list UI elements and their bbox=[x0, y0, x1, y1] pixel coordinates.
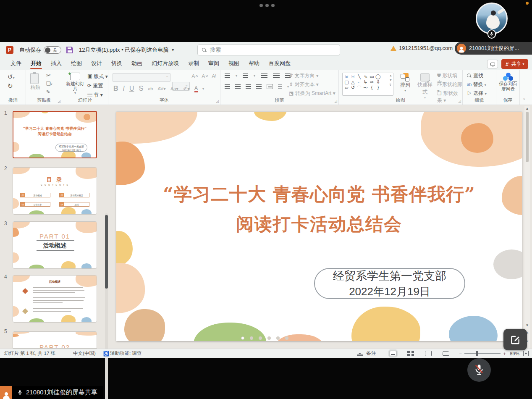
clear-format-icon[interactable]: A̸ bbox=[212, 73, 215, 79]
scroll-up-icon[interactable]: ▲ bbox=[524, 107, 530, 110]
notes-label[interactable]: 备注 bbox=[367, 350, 376, 357]
zoom-slider-handle[interactable] bbox=[476, 351, 478, 356]
accessibility-status[interactable]: 辅助功能: 调查 bbox=[110, 350, 142, 357]
tab-file[interactable]: 文件 bbox=[6, 58, 26, 70]
tab-record[interactable]: 录制 bbox=[183, 58, 204, 70]
slide-thumbnail-3[interactable]: PART 01 活动概述 bbox=[13, 221, 97, 269]
normal-view-button[interactable] bbox=[390, 351, 396, 356]
slide-thumbnail-2[interactable]: 目 录 C O N T E N T S 01活动概述 02活动完成概况 03心得… bbox=[13, 167, 97, 215]
tab-help[interactable]: 帮助 bbox=[244, 58, 264, 70]
bold-button[interactable]: B bbox=[113, 85, 118, 92]
tab-insert[interactable]: 插入 bbox=[46, 58, 66, 70]
tab-baidu-netdisk[interactable]: 百度网盘 bbox=[264, 58, 295, 70]
increase-indent-icon[interactable] bbox=[273, 74, 280, 78]
shadow-icon[interactable]: ab bbox=[148, 86, 153, 91]
layout-button[interactable]: ▣ 版式 ▾ bbox=[87, 73, 108, 80]
shape-gallery[interactable]: ⌸⌹╲⇘▭◯ ▢△⌐↳⇨⇩ ▱↺⌒〜{} ▲▼⊽ bbox=[342, 73, 393, 96]
search-input[interactable]: 搜索 bbox=[197, 45, 340, 55]
new-slide-button[interactable]: + 新建幻灯片 ▾ bbox=[66, 73, 85, 95]
font-name-combo[interactable] bbox=[113, 73, 170, 82]
text-direction-button[interactable]: ⇵ 文字方向 ▾ bbox=[289, 72, 319, 79]
slide-subtitle-badge[interactable]: 经贸系学生第一党支部 2022年12月19日 bbox=[314, 268, 465, 299]
zoom-slider[interactable]: − + bbox=[459, 351, 506, 356]
fit-to-window-icon[interactable] bbox=[523, 351, 529, 356]
arrange-button[interactable]: 排列 ▾ bbox=[397, 73, 414, 92]
slide-thumbnail-1[interactable]: “学习二十大 青春心向党 书香伴我行” 阅读打卡活动总结会 经贸系学生第一党支部… bbox=[13, 111, 97, 158]
quick-styles-button[interactable]: 快速样式 ▾ bbox=[415, 73, 435, 100]
thumbnail-scrollbar[interactable] bbox=[105, 213, 108, 399]
decrease-indent-icon[interactable] bbox=[261, 74, 267, 78]
increase-font-icon[interactable]: A˄ bbox=[191, 73, 198, 79]
tab-draw[interactable]: 绘图 bbox=[66, 58, 86, 70]
zoom-in-icon[interactable]: + bbox=[503, 351, 506, 356]
language-status[interactable]: 中文(中国) bbox=[73, 350, 96, 357]
tab-home[interactable]: 开始 bbox=[26, 58, 46, 70]
undo-button[interactable]: ↺▾ bbox=[8, 73, 15, 81]
shapes-scroll-down[interactable]: ▼ bbox=[389, 79, 392, 81]
screen-share-banner[interactable]: 210801刘佳俊的屏幕共享 bbox=[0, 386, 103, 399]
char-spacing-icon[interactable]: AV▾ bbox=[158, 86, 166, 92]
drawing-dialog-launcher[interactable]: ◿ bbox=[459, 100, 461, 103]
save-to-baidu-button[interactable]: 保存到百度网盘 bbox=[497, 73, 519, 92]
slide-sorter-view-button[interactable] bbox=[407, 351, 414, 356]
paragraph-dialog-launcher[interactable]: ◿ bbox=[335, 100, 337, 103]
slide-title[interactable]: “学习二十大 青春心向党 书香伴我行” 阅读打卡活动总结会 bbox=[116, 182, 522, 236]
account-info[interactable]: 1912151951@qq.com bbox=[390, 45, 453, 51]
numbering-icon[interactable] bbox=[243, 74, 248, 78]
find-button[interactable]: 查找 bbox=[467, 72, 483, 79]
redo-button[interactable]: ↻ bbox=[8, 82, 13, 90]
microphone-mute-button[interactable] bbox=[467, 358, 491, 382]
tab-design[interactable]: 设计 bbox=[86, 58, 107, 70]
paste-button[interactable]: 粘贴 bbox=[30, 73, 40, 91]
share-button[interactable]: 共享 ▾ bbox=[501, 59, 528, 69]
align-left-icon[interactable] bbox=[225, 84, 230, 89]
strikethrough-button[interactable]: S bbox=[139, 85, 144, 92]
highlight-color-icon[interactable]: ✐▾ bbox=[183, 86, 190, 92]
smartart-button[interactable]: ⬔ 转换为 SmartArt ▾ bbox=[289, 90, 335, 97]
add-remove-columns-icon[interactable] bbox=[278, 84, 282, 89]
powerpoint-app-icon[interactable]: P bbox=[6, 46, 13, 54]
align-text-button[interactable]: ⇕ 对齐文本 ▾ bbox=[289, 81, 319, 88]
zoom-out-icon[interactable]: − bbox=[459, 351, 462, 356]
font-color-icon[interactable]: A bbox=[194, 85, 198, 92]
overlay-drag-handle[interactable] bbox=[259, 4, 275, 7]
reset-button[interactable]: ⟳ 重置 bbox=[87, 82, 103, 89]
format-painter-icon[interactable]: ✎ bbox=[46, 89, 50, 95]
tab-slideshow[interactable]: 幻灯片放映 bbox=[147, 58, 183, 70]
slide-thumbnail-5[interactable]: PART 02 bbox=[13, 331, 97, 349]
comments-button[interactable] bbox=[487, 60, 498, 68]
save-icon[interactable] bbox=[66, 47, 73, 53]
editor-scrollbar[interactable]: ▲ ▼ ⏶ ⏷ bbox=[524, 106, 530, 349]
change-case-icon[interactable]: Aa▾ bbox=[170, 86, 178, 92]
columns-icon[interactable] bbox=[267, 84, 273, 89]
slide-canvas[interactable]: “学习二十大 青春心向党 书香伴我行” 阅读打卡活动总结会 经贸系学生第一党支部… bbox=[116, 112, 522, 341]
font-dialog-launcher[interactable]: ◿ bbox=[216, 100, 219, 103]
shapes-more[interactable]: ⊽ bbox=[389, 83, 392, 87]
reading-view-button[interactable] bbox=[425, 351, 432, 356]
italic-button[interactable]: I bbox=[123, 85, 125, 92]
copy-icon[interactable]: ❏▾ bbox=[46, 81, 52, 87]
notes-icon[interactable] bbox=[357, 351, 363, 356]
select-button[interactable]: ▷ 选择 ▾ bbox=[467, 90, 487, 97]
collapse-ribbon-icon[interactable]: ⌄ bbox=[522, 96, 526, 100]
tab-transitions[interactable]: 切换 bbox=[107, 58, 127, 70]
zoom-level[interactable]: 89% bbox=[510, 351, 519, 356]
slide-counter[interactable]: 幻灯片 第 1 张, 共 17 张 bbox=[4, 350, 55, 357]
align-right-icon[interactable] bbox=[246, 84, 251, 89]
slide-thumbnail-4[interactable]: 活动概述 bbox=[13, 275, 97, 323]
annotation-tool-button[interactable] bbox=[503, 329, 527, 350]
slideshow-button[interactable] bbox=[443, 351, 449, 356]
align-center-icon[interactable] bbox=[235, 84, 241, 89]
cut-icon[interactable]: ✂ bbox=[46, 72, 51, 79]
scroll-down-icon[interactable]: ▼ bbox=[524, 323, 530, 327]
bullets-icon[interactable] bbox=[225, 74, 230, 78]
underline-button[interactable]: U bbox=[129, 85, 134, 92]
tab-view[interactable]: 视图 bbox=[224, 58, 244, 70]
tab-animations[interactable]: 动画 bbox=[127, 58, 147, 70]
document-title-dropdown[interactable]: 12月立项(1).pptx • 已保存到这台电脑 ▼ bbox=[79, 46, 175, 54]
tab-review[interactable]: 审阅 bbox=[204, 58, 224, 70]
shapes-scroll-up[interactable]: ▲ bbox=[389, 74, 392, 77]
autosave-toggle[interactable]: 自动保存 关 bbox=[19, 46, 61, 54]
clipboard-dialog-launcher[interactable]: ◿ bbox=[58, 100, 60, 103]
decrease-font-icon[interactable]: A˅ bbox=[202, 73, 208, 79]
